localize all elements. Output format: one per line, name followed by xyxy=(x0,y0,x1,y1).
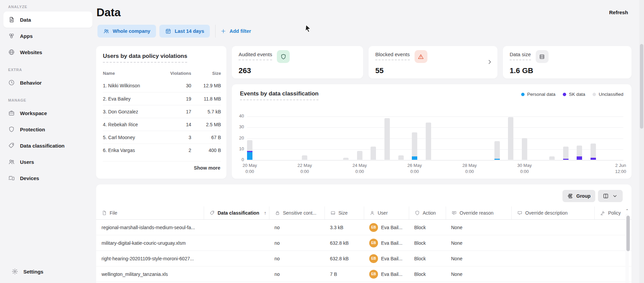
legend-item-sk-data[interactable]: SK data xyxy=(563,92,585,97)
chart-bar[interactable] xyxy=(494,141,500,160)
sidebar-item-protection[interactable]: Protection xyxy=(3,121,92,137)
events-table-body: regional-marshall-islands-medium-seoul-f… xyxy=(96,220,631,282)
table-row[interactable]: military-digital-katie-couric-uruguay.xl… xyxy=(96,235,631,251)
add-filter-button[interactable]: Add filter xyxy=(220,28,251,34)
sidebar-item-data-classification[interactable]: Data classification xyxy=(3,137,92,154)
chart-bar[interactable] xyxy=(302,155,307,160)
chart-bar[interactable] xyxy=(343,158,349,160)
tag-icon xyxy=(8,142,15,149)
chart-bar[interactable] xyxy=(357,151,362,160)
violations-table-header: Name Violations Size xyxy=(103,69,221,79)
violations-count: 19 xyxy=(164,96,191,102)
scroll-up-icon[interactable]: ⌃ xyxy=(624,208,630,214)
page-scrollbar[interactable] xyxy=(639,0,644,283)
legend-item-unclassified[interactable]: Unclassified xyxy=(593,92,623,97)
table-row[interactable]: wellington_military_tanzania.xls no 7 B … xyxy=(96,266,631,282)
chevron-right-icon[interactable] xyxy=(486,58,493,67)
column-header-sensitive-cont[interactable]: Sensitive cont... xyxy=(269,206,325,219)
refresh-button[interactable]: Refresh xyxy=(609,9,628,15)
audited-events-label: Audited events xyxy=(239,51,272,60)
gridline xyxy=(247,160,623,160)
chart-bar[interactable] xyxy=(508,117,513,160)
sidebar-item-behavior[interactable]: Behavior xyxy=(3,74,92,91)
legend-item-personal-data[interactable]: Personal data xyxy=(521,92,555,97)
sidebar-item-data[interactable]: Data xyxy=(3,12,92,28)
sidebar-section-label: EXTRA xyxy=(8,68,88,72)
violations-size: 12.9 MB xyxy=(191,83,221,88)
sidebar-item-devices[interactable]: Devices xyxy=(3,170,92,186)
group-icon xyxy=(567,193,573,199)
chart-bar[interactable] xyxy=(371,147,376,160)
sidebar-item-websites[interactable]: Websites xyxy=(3,44,92,60)
sidebar-item-workspace[interactable]: Workspace xyxy=(3,105,92,121)
sidebar-item-label: Devices xyxy=(20,175,39,181)
bar-segment-sk xyxy=(563,159,569,160)
chart-bar[interactable] xyxy=(522,138,527,160)
sidebar-item-label: Protection xyxy=(20,127,45,132)
chart-bar[interactable] xyxy=(384,118,390,160)
chart-bar[interactable] xyxy=(247,140,252,160)
column-header-file[interactable]: File xyxy=(96,206,204,219)
violations-row[interactable]: 5. Carl Mooney 3 67 B xyxy=(103,131,221,144)
avatar: EB xyxy=(369,223,378,232)
gridline xyxy=(247,127,623,128)
violations-row[interactable]: 3. Don Gonzalez 17 5.7 kB xyxy=(103,105,221,118)
column-header-user[interactable]: User xyxy=(364,206,409,219)
cell-file: wellington_military_tanzania.xls xyxy=(96,266,204,282)
date-range-filter-pill[interactable]: Last 14 days xyxy=(159,25,210,38)
audited-events-card[interactable]: Audited events 263 xyxy=(232,46,363,79)
violations-table-body: 1. Nikki Wilkinson 30 12.9 MB 2. Eva Bai… xyxy=(103,79,221,156)
column-header-data-classification[interactable]: Data classification ↑ xyxy=(204,206,269,219)
users-icon xyxy=(103,28,109,34)
chart-bar[interactable] xyxy=(398,155,404,160)
chart-bar[interactable] xyxy=(591,144,596,160)
events-chart-card: Events by data classification Personal d… xyxy=(232,84,631,179)
chart-bar[interactable] xyxy=(426,123,431,160)
column-header-size[interactable]: Size xyxy=(325,206,364,219)
chart-bar[interactable] xyxy=(549,156,555,160)
bar-segment-unclassified xyxy=(398,155,404,160)
column-header-override-description[interactable]: Override description xyxy=(511,206,594,219)
blocked-events-value: 55 xyxy=(375,66,491,75)
violations-row[interactable]: 4. Rebekah Rice 14 2.5 MB xyxy=(103,118,221,131)
column-header-override-reason[interactable]: Override reason xyxy=(446,206,511,219)
bar-segment-unclassified xyxy=(549,156,555,160)
cell-classification xyxy=(204,266,269,282)
scope-filter-pill[interactable]: Whole company xyxy=(97,25,156,38)
page-scrollbar-thumb[interactable] xyxy=(640,44,643,129)
y-axis-tick: 30 xyxy=(232,124,244,129)
events-table-header: File Data classification ↑ Sensitive con… xyxy=(96,206,631,220)
x-axis-tick: 22 May0:00 xyxy=(297,162,312,175)
columns-button[interactable] xyxy=(598,190,623,202)
violations-row[interactable]: 1. Nikki Wilkinson 30 12.9 MB xyxy=(103,79,221,92)
column-header-policy[interactable]: Policy xyxy=(594,206,624,219)
cell-classification xyxy=(204,251,269,266)
legend-dot xyxy=(521,93,525,96)
violations-card-title: Users by data policy violations xyxy=(103,53,187,63)
bar-segment-unclassified xyxy=(371,147,376,160)
sidebar-item-label: Users xyxy=(20,159,34,165)
violations-row[interactable]: 2. Eva Bailey 19 11.8 MB xyxy=(103,92,221,105)
cell-file: regional-marshall-islands-medium-seoul-f… xyxy=(96,220,204,235)
chart-bar[interactable] xyxy=(412,132,417,160)
bar-segment-personal xyxy=(247,152,252,160)
violations-row[interactable]: 6. Erika Vargas 2 400 B xyxy=(103,144,221,156)
column-header-action[interactable]: Action xyxy=(409,206,446,219)
data-size-card[interactable]: Data size 1.6 GB xyxy=(503,46,631,79)
show-more-button[interactable]: Show more xyxy=(103,161,221,174)
blocked-events-card[interactable]: Blocked events 55 xyxy=(369,46,497,79)
scrollbar-thumb[interactable] xyxy=(626,216,630,251)
table-scrollbar[interactable]: ⌃ xyxy=(624,208,630,283)
cell-policy xyxy=(594,251,624,266)
chart-bar[interactable] xyxy=(577,146,582,160)
table-row[interactable]: right-hearing-20201109-style-moroni-6027… xyxy=(96,251,631,266)
cell-size: 7 B xyxy=(325,266,364,282)
database-icon xyxy=(536,50,549,63)
calendar-icon xyxy=(165,28,171,34)
sidebar-item-apps[interactable]: Apps xyxy=(3,28,92,44)
chart-bar[interactable] xyxy=(563,147,569,160)
table-row[interactable]: regional-marshall-islands-medium-seoul-f… xyxy=(96,220,631,235)
group-button[interactable]: Group xyxy=(562,190,595,202)
sidebar-item-users[interactable]: Users xyxy=(3,154,92,170)
sidebar-item-settings[interactable]: Settings xyxy=(7,263,89,280)
